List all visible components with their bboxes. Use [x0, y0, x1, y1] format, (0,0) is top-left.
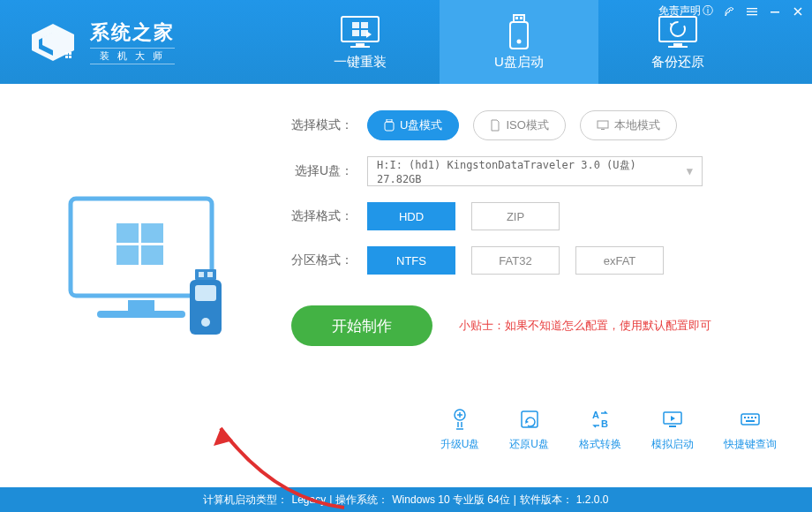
disclaimer-link[interactable]: 免责声明 ⓘ: [658, 4, 713, 19]
svg-rect-2: [65, 56, 68, 58]
partition-row: 分区格式： NTFS FAT32 exFAT: [282, 246, 777, 275]
close-button[interactable]: [791, 4, 805, 19]
usb-select-row: 选择U盘： H:I: (hd1) KingstonDataTraveler 3.…: [282, 156, 777, 186]
tool-upgrade-usb[interactable]: 升级U盘: [440, 407, 480, 452]
svg-rect-12: [659, 17, 696, 41]
os-value: Windows 10 专业版 64位: [392, 493, 509, 508]
svg-rect-22: [97, 311, 185, 318]
svg-rect-10: [510, 22, 528, 49]
svg-text:A: A: [592, 410, 599, 420]
tool-hotkey-query[interactable]: 快捷键查询: [724, 407, 777, 452]
tool-format-convert[interactable]: AB 格式转换: [579, 407, 621, 452]
app-title: 系统之家: [90, 19, 175, 46]
local-icon: [597, 120, 609, 131]
partition-options: NTFS FAT32 exFAT: [367, 246, 664, 275]
format-convert-icon: AB: [588, 407, 613, 432]
tab-reinstall[interactable]: 一键重装: [281, 0, 440, 84]
svg-point-28: [201, 318, 210, 327]
simulate-boot-icon: [660, 407, 685, 432]
svg-rect-30: [385, 122, 394, 131]
usb-select-label: 选择U盘：: [282, 163, 353, 179]
os-label: 操作系统：: [335, 493, 388, 508]
hotkey-icon: [738, 407, 763, 432]
mode-options: U盘模式 ISO模式 本地模式: [367, 110, 677, 140]
boot-type-label: 计算机启动类型：: [203, 493, 288, 508]
svg-rect-34: [522, 411, 538, 427]
format-hdd[interactable]: HDD: [367, 202, 455, 230]
mode-iso[interactable]: ISO模式: [473, 110, 565, 140]
chevron-down-icon: ▼: [687, 165, 693, 177]
svg-rect-23: [195, 269, 216, 280]
mode-label: 选择模式：: [282, 117, 353, 133]
tab-label: U盘启动: [494, 54, 544, 71]
tool-label: 升级U盘: [440, 437, 480, 452]
version-value: 1.2.0.0: [576, 493, 609, 506]
usb-icon: [506, 13, 532, 50]
upgrade-usb-icon: [447, 407, 472, 432]
illustration: [35, 110, 265, 487]
svg-rect-1: [69, 52, 71, 55]
svg-rect-13: [673, 43, 682, 46]
svg-rect-0: [65, 52, 68, 55]
svg-rect-17: [747, 11, 757, 11]
format-label: 选择格式：: [282, 208, 353, 224]
tip-prefix: 小贴士：: [459, 319, 505, 332]
partition-label: 分区格式：: [282, 252, 353, 268]
partition-fat32[interactable]: FAT32: [471, 246, 560, 275]
partition-exfat[interactable]: exFAT: [575, 246, 664, 275]
mode-option-label: U盘模式: [400, 117, 442, 133]
svg-rect-8: [515, 17, 518, 19]
tool-label: 快捷键查询: [724, 437, 777, 452]
mode-usb[interactable]: U盘模式: [367, 110, 459, 140]
svg-rect-41: [748, 417, 749, 418]
svg-rect-7: [514, 15, 524, 22]
window-controls: 免责声明 ⓘ: [658, 4, 805, 19]
mode-local[interactable]: 本地模式: [580, 110, 677, 140]
tip: 小贴士：如果不知道怎么配置，使用默认配置即可: [459, 318, 711, 334]
logo-icon: [26, 20, 79, 64]
status-bar: 计算机启动类型： Legacy | 操作系统： Windows 10 专业版 6…: [0, 487, 812, 512]
backup-icon: [658, 13, 698, 50]
tools-bar: 升级U盘 还原U盘 AB 格式转换 模拟启动 快捷键查询: [440, 407, 777, 452]
svg-rect-16: [747, 8, 757, 9]
svg-rect-32: [601, 129, 605, 130]
svg-rect-3: [69, 56, 71, 58]
header: 系统之家 装 机 大 师 一键重装 U盘启动 备份还原: [0, 0, 812, 84]
version-label: 软件版本：: [520, 493, 573, 508]
start-button[interactable]: 开始制作: [291, 305, 432, 346]
mode-option-label: 本地模式: [614, 117, 660, 133]
svg-text:B: B: [601, 418, 608, 429]
svg-rect-27: [195, 285, 216, 301]
minimize-button[interactable]: [768, 4, 782, 19]
tool-simulate-boot[interactable]: 模拟启动: [651, 407, 694, 452]
mode-option-label: ISO模式: [506, 117, 548, 133]
info-icon: ⓘ: [703, 4, 713, 19]
tab-label: 一键重装: [334, 54, 387, 71]
separator: |: [329, 493, 332, 506]
svg-rect-4: [342, 17, 379, 41]
iso-icon: [490, 119, 500, 132]
svg-point-11: [517, 40, 522, 44]
format-row: 选择格式： HDD ZIP: [282, 202, 777, 230]
format-zip[interactable]: ZIP: [471, 202, 560, 230]
svg-rect-24: [199, 272, 204, 277]
svg-point-15: [671, 22, 685, 36]
tool-label: 格式转换: [579, 437, 621, 452]
tool-restore-usb[interactable]: 还原U盘: [509, 407, 549, 452]
menu-icon[interactable]: [745, 4, 759, 19]
theme-icon[interactable]: [722, 4, 736, 19]
svg-rect-31: [598, 121, 608, 128]
action-row: 开始制作 小贴士：如果不知道怎么配置，使用默认配置即可: [282, 305, 777, 346]
partition-ntfs[interactable]: NTFS: [367, 246, 455, 275]
svg-rect-40: [744, 417, 746, 418]
usb-select-value: H:I: (hd1) KingstonDataTraveler 3.0 (U盘)…: [377, 158, 687, 185]
disclaimer-text: 免责声明: [658, 4, 701, 19]
svg-rect-19: [771, 11, 779, 13]
tip-text: 如果不知道怎么配置，使用默认配置即可: [505, 319, 711, 332]
svg-rect-14: [668, 46, 688, 48]
svg-rect-38: [669, 425, 676, 427]
svg-rect-18: [747, 14, 757, 15]
usb-select[interactable]: H:I: (hd1) KingstonDataTraveler 3.0 (U盘)…: [367, 156, 703, 186]
tool-label: 模拟启动: [651, 437, 694, 452]
tab-usb-boot[interactable]: U盘启动: [440, 0, 598, 84]
